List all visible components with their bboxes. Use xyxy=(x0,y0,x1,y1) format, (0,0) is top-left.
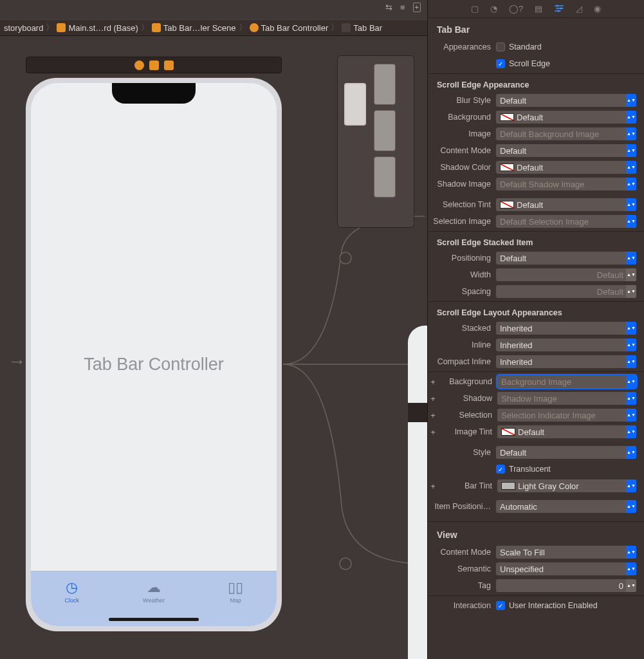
blur-style-select[interactable]: Default▲▼ xyxy=(496,94,636,107)
lines-icon[interactable]: ≡ xyxy=(400,3,405,12)
svg-point-0 xyxy=(340,252,351,264)
shadow-image-select[interactable]: Default Shadow Image▲▼ xyxy=(496,178,636,190)
color-swatch-none-icon xyxy=(500,201,514,209)
minimap-scene-selected[interactable] xyxy=(344,83,366,125)
selection-image-select[interactable]: Default Selection Image▲▼ xyxy=(496,215,636,228)
tag-stepper[interactable]: 0▲▼ xyxy=(496,579,636,592)
inline-select[interactable]: Inherited▲▼ xyxy=(496,339,636,351)
selection-tint-select[interactable]: Default▲▼ xyxy=(496,198,636,211)
background-color-select[interactable]: Default▲▼ xyxy=(496,111,636,124)
section-heading: View xyxy=(428,523,644,544)
bar-tint-select[interactable]: Light Gray Color▲▼ xyxy=(497,479,636,492)
controller-icon xyxy=(250,23,259,32)
scroll-edge-checkbox[interactable]: ✓ xyxy=(496,59,505,68)
positioning-select[interactable]: Default▲▼ xyxy=(496,252,636,265)
standard-checkbox[interactable] xyxy=(496,42,505,51)
breadcrumb-item[interactable]: Tab Bar…ler Scene xyxy=(163,23,236,33)
svg-point-2 xyxy=(557,5,558,6)
section-heading: Tab Bar xyxy=(428,18,644,39)
compact-inline-select[interactable]: Inherited▲▼ xyxy=(496,355,636,368)
shadow-color-select[interactable]: Default▲▼ xyxy=(496,161,636,174)
selection-image-select[interactable]: Selection Indicator Image▲▼ xyxy=(497,409,636,422)
item-positioning-select[interactable]: Automatic▲▼ xyxy=(496,500,636,513)
breadcrumb-item[interactable]: storyboard xyxy=(4,23,43,33)
history-inspector-tab[interactable]: ◔ xyxy=(490,4,497,14)
spacing-stepper[interactable]: Default▲▼ xyxy=(496,285,636,298)
editor-toolbar: ⇆ ≡ + xyxy=(385,3,421,12)
connections-inspector-tab[interactable]: ◉ xyxy=(594,4,601,14)
breadcrumb-item[interactable]: Main.st…rd (Base) xyxy=(68,23,138,33)
breadcrumb-item[interactable]: Tab Bar Controller xyxy=(261,23,329,33)
color-swatch-icon xyxy=(501,482,515,490)
minimap-scene[interactable] xyxy=(374,110,396,151)
identity-inspector-tab[interactable]: ▤ xyxy=(535,4,542,14)
group-heading: Scroll Edge Appearance xyxy=(428,75,644,92)
color-swatch-none-icon xyxy=(501,428,515,436)
view-contentmode-select[interactable]: Scale To Fill▲▼ xyxy=(496,546,636,559)
scene-title-bar[interactable] xyxy=(26,57,282,73)
tab-item-clock[interactable]: ◷ Clock xyxy=(31,571,113,626)
group-heading: Scroll Edge Layout Appearances xyxy=(428,303,644,320)
background-image-select[interactable]: Background Image▲▼ xyxy=(497,375,636,388)
image-select[interactable]: Default Background Image▲▼ xyxy=(496,127,636,140)
minimap-scene[interactable] xyxy=(374,64,396,105)
contentmode-select[interactable]: Default▲▼ xyxy=(496,144,636,157)
style-select[interactable]: Default▲▼ xyxy=(496,446,636,459)
initial-arrow-icon[interactable]: → xyxy=(8,351,26,372)
storyboard-canvas[interactable]: Tab Bar Controller ◷ Clock ☁ Weather ▯▯ … xyxy=(0,36,427,659)
controller-icon xyxy=(134,60,144,70)
attributes-inspector-tab[interactable] xyxy=(554,3,564,15)
semantic-select[interactable]: Unspecified▲▼ xyxy=(496,562,636,575)
size-inspector-tab[interactable]: ◿ xyxy=(576,4,582,14)
map-icon: ▯▯ xyxy=(228,579,243,596)
add-icon[interactable]: + xyxy=(413,3,421,12)
breadcrumb: storyboard 〉 Main.st…rd (Base) 〉 Tab Bar… xyxy=(0,19,427,36)
user-interaction-checkbox[interactable]: ✓ xyxy=(496,601,505,610)
device-frame[interactable]: Tab Bar Controller ◷ Clock ☁ Weather ▯▯ … xyxy=(26,78,282,631)
inspector-panel: ▢ ◔ ◯? ▤ ◿ ◉ Tab Bar Appearances Standar… xyxy=(427,0,644,659)
group-heading: Scroll Edge Stacked Item xyxy=(428,233,644,250)
chevron-updown-icon: ▲▼ xyxy=(626,94,636,107)
svg-point-1 xyxy=(340,558,351,570)
width-stepper[interactable]: Default▲▼ xyxy=(496,268,636,281)
image-tint-select[interactable]: Default▲▼ xyxy=(497,425,636,438)
cloud-icon: ☁ xyxy=(147,579,161,596)
first-responder-icon xyxy=(149,60,159,70)
inspector-tab-bar: ▢ ◔ ◯? ▤ ◿ ◉ xyxy=(428,0,644,18)
minimap[interactable] xyxy=(337,55,414,228)
file-inspector-tab[interactable]: ▢ xyxy=(471,4,479,14)
scene-icon xyxy=(152,23,161,32)
exit-icon xyxy=(164,60,174,70)
panel-resizer[interactable] xyxy=(427,0,430,659)
home-indicator xyxy=(109,618,199,621)
tabbar-icon xyxy=(342,23,351,32)
shadow-image-select[interactable]: Shadow Image▲▼ xyxy=(497,392,636,405)
help-inspector-tab[interactable]: ◯? xyxy=(509,4,523,14)
recents-icon[interactable]: ⇆ xyxy=(385,3,392,12)
tab-item-map[interactable]: ▯▯ Map xyxy=(195,571,277,626)
row-label: Appearances xyxy=(428,42,492,51)
svg-point-4 xyxy=(558,10,560,12)
minimap-scene[interactable] xyxy=(374,156,396,198)
color-swatch-none-icon xyxy=(500,163,514,171)
svg-point-3 xyxy=(560,7,562,9)
stacked-select[interactable]: Inherited▲▼ xyxy=(496,322,636,335)
controller-title: Tab Bar Controller xyxy=(31,355,277,375)
breadcrumb-item[interactable]: Tab Bar xyxy=(353,23,382,33)
storyboard-file-icon xyxy=(57,23,66,32)
translucent-checkbox[interactable]: ✓ xyxy=(496,465,505,474)
color-swatch-none-icon xyxy=(500,113,514,121)
clock-icon: ◷ xyxy=(66,579,78,596)
device-notch xyxy=(112,83,196,104)
